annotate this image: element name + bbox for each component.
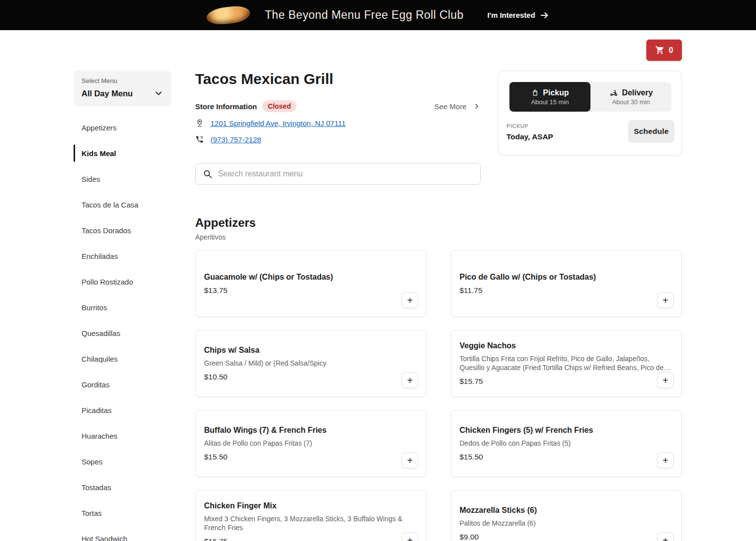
item-description: Green Salsa / Mild) or (Red Salsa/Spicy: [204, 359, 418, 368]
store-info-row: Store Information Closed See More: [195, 100, 481, 112]
add-item-button[interactable]: +: [402, 292, 418, 308]
sidebar-item-huaraches[interactable]: Huaraches: [74, 423, 171, 449]
item-price: $10.50: [204, 373, 418, 381]
add-item-button[interactable]: +: [402, 372, 418, 388]
sidebar-item-burritos[interactable]: Burritos: [74, 294, 171, 320]
sidebar-item-gorditas[interactable]: Gorditas: [74, 372, 171, 397]
menu-item-card[interactable]: Veggie NachosTortilla Chips Frita con Fr…: [451, 330, 682, 397]
item-price: $13.75: [204, 286, 418, 295]
see-more-label: See More: [434, 102, 466, 111]
add-item-button[interactable]: +: [402, 532, 418, 541]
pin-icon: [195, 119, 204, 127]
phone-icon: [195, 135, 204, 144]
main-header: Tacos Mexican Grill Store Information Cl…: [195, 71, 481, 187]
status-badge: Closed: [262, 100, 296, 112]
add-item-button[interactable]: +: [657, 452, 673, 468]
sidebar-item-quesadillas[interactable]: Quesadillas: [74, 320, 171, 346]
menu-items-grid: Guacamole w/ (Chips or Tostadas)$13.75+P…: [195, 250, 682, 541]
chevron-right-icon: [473, 102, 481, 110]
promo-banner: The Beyond Menu Free Egg Roll Club I'm I…: [0, 0, 756, 30]
address-row: 1201 Springfield Ave, Irvington, NJ 0711…: [195, 119, 346, 127]
add-item-button[interactable]: +: [657, 372, 673, 388]
pickup-eta: About 15 min: [531, 98, 569, 106]
menu-item-card[interactable]: Chicken Fingers (5) w/ French FriesDedos…: [451, 410, 682, 477]
bag-icon: [531, 89, 539, 97]
item-description: Palitos de Mozzarella (6): [460, 519, 673, 528]
mode-time: Today, ASAP: [506, 132, 553, 141]
menu-item-card[interactable]: Chicken Finger MixMixed 3 Chicken Finger…: [195, 490, 426, 541]
pickup-tab[interactable]: Pickup About 15 min: [509, 82, 590, 112]
item-description: Dedos de Pollo con Papas Fritas (5): [460, 439, 673, 448]
item-name: Buffalo Wings (7) & French Fries: [204, 426, 418, 435]
menu-item-card[interactable]: Buffalo Wings (7) & French FriesAlitas d…: [195, 410, 426, 477]
menu-item-card[interactable]: Chips w/ SalsaGreen Salsa / Mild) or (Re…: [195, 330, 426, 397]
add-item-button[interactable]: +: [657, 292, 673, 308]
search-box: [195, 163, 481, 185]
promo-title: The Beyond Menu Free Egg Roll Club: [265, 8, 463, 22]
delivery-label: Delivery: [622, 88, 653, 97]
cart-button[interactable]: 0: [646, 40, 682, 61]
item-price: $16.75: [204, 537, 418, 541]
sidebar-item-tacos-de-la-casa[interactable]: Tacos de la Casa: [74, 192, 171, 217]
arrow-right-icon: [540, 10, 549, 20]
phone-link[interactable]: (973) 757-2128: [210, 135, 261, 144]
menu-section-header: Appetizers Aperitivos: [195, 216, 256, 241]
sidebar-item-tortas[interactable]: Tortas: [74, 500, 171, 526]
order-panel: Pickup About 15 min Delivery About 30 mi…: [498, 71, 682, 156]
selected-menu-value: All Day Menu: [82, 89, 133, 98]
menu-item-card[interactable]: Pico de Gallo w/ (Chips or Tostadas)$11.…: [451, 250, 682, 317]
scooter-icon: [609, 88, 618, 97]
item-name: Pico de Gallo w/ (Chips or Tostadas): [460, 273, 673, 282]
cart-count: 0: [669, 46, 673, 55]
sidebar-item-sides[interactable]: Sides: [74, 166, 171, 192]
item-description: Alitas de Pollo con Papas Fritas (7): [204, 439, 418, 448]
item-name: Chips w/ Salsa: [204, 346, 418, 355]
page-title: Tacos Mexican Grill: [195, 71, 334, 87]
sidebar-item-enchiladas[interactable]: Enchiladas: [74, 243, 171, 269]
item-name: Mozzarella Sticks (6): [460, 506, 673, 515]
item-name: Veggie Nachos: [460, 341, 673, 350]
mode-caption: PICKUP: [506, 123, 529, 129]
section-title: Appetizers: [195, 216, 256, 230]
item-description: Mixed 3 Chicken Fingers, 3 Mozzarella St…: [204, 515, 418, 532]
promo-cta-button[interactable]: I'm Interested: [487, 10, 549, 20]
sidebar-item-chilaquiles[interactable]: Chilaquiles: [74, 346, 171, 372]
sidebar-item-kids-meal[interactable]: Kids Meal: [74, 140, 171, 166]
add-item-button[interactable]: +: [402, 452, 418, 468]
menu-categories: AppetizersKids MealSidesTacos de la Casa…: [74, 115, 171, 541]
item-name: Chicken Fingers (5) w/ French Fries: [460, 426, 673, 435]
sidebar-item-appetizers[interactable]: Appetizers: [74, 115, 171, 140]
item-price: $15.75: [460, 377, 673, 386]
delivery-tab[interactable]: Delivery About 30 min: [590, 82, 672, 112]
search-input[interactable]: [218, 169, 473, 178]
item-name: Guacamole w/ (Chips or Tostadas): [204, 273, 418, 282]
sidebar-item-tostadas[interactable]: Tostadas: [74, 474, 171, 500]
promo-cta-label: I'm Interested: [487, 11, 535, 19]
search-icon: [203, 169, 212, 179]
delivery-eta: About 30 min: [612, 98, 650, 106]
add-item-button[interactable]: +: [657, 532, 673, 541]
store-info-label: Store Information: [195, 102, 257, 111]
pickup-label: Pickup: [543, 88, 569, 97]
egg-roll-image: [206, 4, 251, 26]
item-price: $15.50: [460, 453, 673, 461]
fulfillment-toggle: Pickup About 15 min Delivery About 30 mi…: [509, 82, 672, 112]
menu-select-label: Select Menu: [82, 77, 164, 84]
item-price: $15.50: [204, 453, 418, 461]
address-link[interactable]: 1201 Springfield Ave, Irvington, NJ 0711…: [210, 119, 346, 127]
sidebar-item-picaditas[interactable]: Picaditas: [74, 397, 171, 423]
sidebar-item-hot-sandwich[interactable]: Hot Sandwich: [74, 526, 171, 541]
sidebar-item-sopes[interactable]: Sopes: [74, 449, 171, 474]
item-price: $9.00: [460, 533, 673, 541]
schedule-button[interactable]: Schedule: [628, 120, 674, 143]
item-name: Chicken Finger Mix: [204, 501, 418, 510]
menu-item-card[interactable]: Guacamole w/ (Chips or Tostadas)$13.75+: [195, 250, 426, 317]
menu-select-dropdown[interactable]: Select Menu All Day Menu: [74, 71, 171, 106]
see-more-button[interactable]: See More: [434, 102, 481, 111]
phone-row: (973) 757-2128: [195, 135, 261, 144]
sidebar-item-tacos-dorados[interactable]: Tacos Dorados: [74, 217, 171, 243]
sidebar: Select Menu All Day Menu AppetizersKids …: [74, 71, 171, 541]
chevron-down-icon: [154, 88, 164, 98]
sidebar-item-pollo-rostizado[interactable]: Pollo Rostizado: [74, 269, 171, 294]
menu-item-card[interactable]: Mozzarella Sticks (6)Palitos de Mozzarel…: [451, 490, 682, 541]
